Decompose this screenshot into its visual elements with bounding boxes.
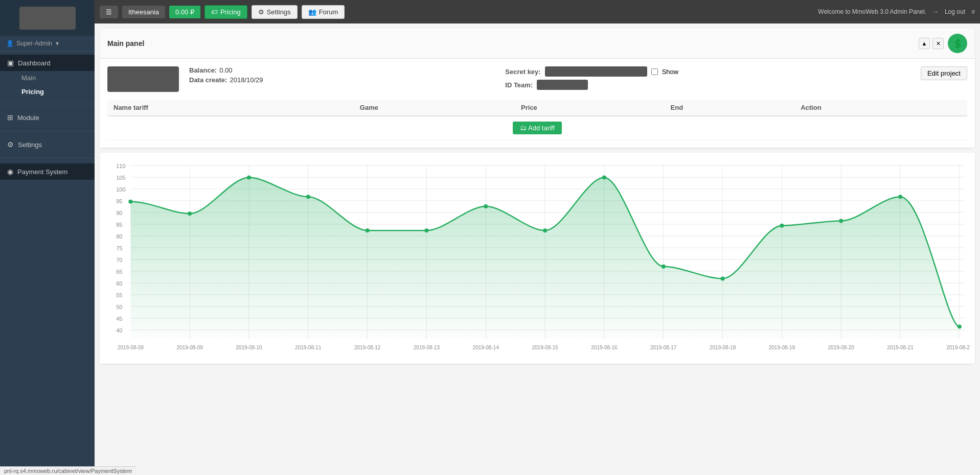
panel-collapse-button[interactable]: ▲ (919, 38, 930, 49)
id-team-label: ID Team: (505, 81, 533, 89)
balance-amount: 0.00 ₽ (175, 8, 194, 16)
svg-text:85: 85 (116, 222, 122, 228)
username: Super-Admin (16, 40, 52, 47)
add-tariff-label: Add tariff (528, 124, 555, 132)
sidebar-subsection-dashboard: Main Pricing (0, 71, 95, 99)
settings-icon: ⚙ (7, 140, 14, 149)
sidebar-item-module[interactable]: ⊞ Module (0, 109, 95, 126)
topnav-right: Welcome to MmoWeb 3.0 Admin Panel. → Log… (818, 8, 975, 15)
panel-icon-btn[interactable]: 💲 (948, 34, 967, 53)
sidebar-item-pricing[interactable]: Pricing (15, 85, 95, 99)
svg-text:2019-08-14: 2019-08-14 (473, 345, 499, 350)
show-secret-checkbox[interactable] (651, 68, 658, 75)
data-create-row: Data create: 2018/10/29 (189, 76, 263, 84)
topnav-menu-icon[interactable]: ≡ (971, 8, 975, 15)
svg-text:60: 60 (116, 280, 122, 287)
show-label[interactable]: Show (662, 68, 679, 76)
forum-icon: 👥 (308, 8, 316, 16)
chart-point-3 (306, 195, 310, 199)
secret-key-row: Secret key: Show (505, 66, 678, 77)
tariff-table-body: 🗂 Add tariff (107, 116, 967, 140)
chart-point-9 (662, 265, 666, 269)
svg-text:2019-08-13: 2019-08-13 (414, 345, 440, 350)
hamburger-icon: ☰ (106, 8, 112, 16)
pricing-nav-button[interactable]: 🏷 Pricing (204, 5, 247, 19)
module-label: Module (17, 114, 39, 122)
svg-text:40: 40 (116, 327, 122, 334)
settings-nav-button[interactable]: ⚙ Settings (252, 5, 298, 19)
svg-text:70: 70 (116, 257, 122, 263)
id-team-row: ID Team: (505, 80, 678, 90)
sidebar-item-main[interactable]: Main (15, 71, 95, 85)
svg-text:2019-08-17: 2019-08-17 (650, 345, 677, 350)
chart-point-14 (958, 325, 962, 329)
panel-controls: ▲ ✕ (919, 38, 944, 49)
sidebar-user[interactable]: 👤 Super-Admin ▾ (0, 36, 95, 52)
svg-text:45: 45 (116, 316, 122, 322)
sidebar-section-payment: ◉ Payment System (0, 160, 95, 183)
col-game: Game (354, 100, 515, 116)
dashboard-icon: ▣ (7, 59, 14, 67)
chart-point-4 (366, 228, 370, 232)
col-price: Price (515, 100, 665, 116)
svg-text:2019-08-11: 2019-08-11 (295, 345, 322, 350)
svg-text:65: 65 (116, 269, 122, 275)
svg-text:2019-08-08: 2019-08-08 (118, 345, 144, 350)
chart-point-11 (780, 224, 784, 228)
sidebar-logo (0, 0, 95, 36)
settings-label: Settings (18, 141, 42, 149)
url-bar: pnl-rq.s4.mmoweb.ru/cabinet/view/Payment… (0, 466, 136, 475)
col-end: End (665, 100, 795, 116)
svg-text:50: 50 (116, 304, 122, 310)
url-text: pnl-rq.s4.mmoweb.ru/cabinet/view/Payment… (4, 468, 132, 474)
project-details: Balance: 0.00 Data create: 2018/10/29 (189, 66, 263, 86)
logout-link[interactable]: Log out (945, 8, 965, 15)
sidebar-item-settings[interactable]: ⚙ Settings (0, 136, 95, 153)
edit-project-button[interactable]: Edit project (921, 66, 967, 80)
tag-icon: 🏷 (211, 8, 218, 16)
project-select-button[interactable]: Itheesania (122, 6, 165, 18)
panel-close-button[interactable]: ✕ (932, 38, 944, 49)
add-tariff-button[interactable]: 🗂 Add tariff (513, 122, 562, 134)
payment-icon: ◉ (7, 168, 13, 176)
data-create-value: 2018/10/29 (230, 76, 263, 84)
svg-text:2019-08-15: 2019-08-15 (532, 345, 558, 350)
menu-toggle-button[interactable]: ☰ (100, 6, 118, 18)
svg-text:2019-08-22: 2019-08-22 (946, 345, 970, 350)
svg-text:90: 90 (116, 210, 122, 216)
divider-1 (0, 104, 95, 104)
tariff-header-row: Name tariff Game Price End Action (107, 100, 967, 116)
svg-text:2019-08-20: 2019-08-20 (828, 345, 855, 350)
balance-row: Balance: 0.00 (189, 66, 263, 74)
id-team-value (537, 80, 588, 90)
panel-body: Balance: 0.00 Data create: 2018/10/29 Se… (100, 59, 975, 148)
svg-text:2019-08-09: 2019-08-09 (176, 345, 203, 350)
chart-container: 110 105 100 95 90 85 80 75 70 65 60 55 5… (100, 153, 975, 364)
col-action: Action (794, 100, 967, 116)
svg-text:110: 110 (116, 163, 125, 169)
chart-point-2 (247, 176, 251, 180)
svg-text:2019-08-18: 2019-08-18 (710, 345, 736, 350)
chart-point-12 (839, 219, 843, 223)
chart-point-0 (128, 200, 132, 204)
forum-nav-button[interactable]: 👥 Forum (302, 5, 345, 19)
sidebar: 👤 Super-Admin ▾ ▣ Dashboard Main Pricing… (0, 0, 95, 475)
chart-point-8 (602, 176, 606, 180)
user-icon: 👤 (6, 40, 14, 47)
chart-point-10 (721, 276, 725, 280)
main-panel: Main panel ▲ ✕ 💲 Balance (100, 29, 975, 148)
sidebar-item-payment-system[interactable]: ◉ Payment System (0, 163, 95, 180)
divider-3 (0, 158, 95, 158)
tariff-table-head: Name tariff Game Price End Action (107, 100, 967, 116)
dropdown-icon: ▾ (56, 40, 59, 47)
sidebar-item-dashboard[interactable]: ▣ Dashboard (0, 55, 95, 71)
svg-text:105: 105 (116, 175, 125, 181)
settings-nav-label: Settings (267, 8, 291, 16)
chart-svg: 110 105 100 95 90 85 80 75 70 65 60 55 5… (105, 160, 970, 360)
svg-text:100: 100 (116, 186, 125, 193)
dashboard-label: Dashboard (18, 59, 51, 67)
balance-button[interactable]: 0.00 ₽ (169, 6, 200, 18)
svg-text:55: 55 (116, 292, 122, 298)
page-body: Main panel ▲ ✕ 💲 Balance (95, 23, 980, 475)
main-label: Main (21, 74, 36, 82)
